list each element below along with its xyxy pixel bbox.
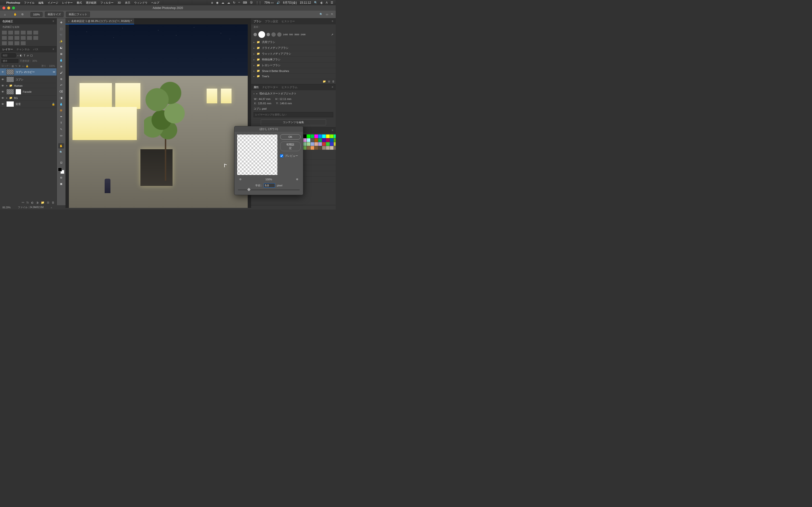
workspace-icon[interactable]: ▭: [326, 13, 328, 16]
adj-invert-icon[interactable]: [27, 36, 32, 40]
spotlight-icon[interactable]: 🔍: [314, 1, 317, 4]
color-swatch[interactable]: [330, 138, 334, 142]
fg-color[interactable]: [58, 168, 62, 171]
keyboard-icon[interactable]: ⌨: [243, 1, 247, 4]
status-zoom[interactable]: 88.29%: [2, 206, 11, 209]
expand-icon[interactable]: ▸: [254, 70, 255, 72]
menu-help[interactable]: ヘルプ: [151, 1, 159, 5]
lock-paint-icon[interactable]: ✎: [15, 65, 17, 67]
zoom-value[interactable]: 100%: [31, 12, 43, 17]
layer-thumbnail[interactable]: [6, 89, 14, 95]
crop-tool[interactable]: ⬕: [58, 45, 64, 50]
hand-tool-icon[interactable]: ✋: [13, 12, 18, 17]
color-swatch[interactable]: [334, 138, 336, 142]
link-layers-icon[interactable]: ⚯: [22, 201, 24, 204]
color-swatch[interactable]: [311, 142, 314, 146]
color-swatch[interactable]: [307, 138, 310, 142]
layer-thumbnail[interactable]: [6, 76, 14, 82]
fill-screen-button[interactable]: 画面にフィット: [66, 12, 90, 17]
color-swatch[interactable]: [330, 134, 334, 138]
type-tool[interactable]: T: [58, 120, 64, 125]
layer-row[interactable]: 👁 背景 🔒: [0, 101, 57, 108]
brush-preset[interactable]: [258, 31, 265, 38]
visibility-icon[interactable]: 👁: [1, 97, 5, 100]
lock-artboard-icon[interactable]: ▭: [22, 65, 24, 67]
status-arrow-icon[interactable]: ▸: [51, 206, 52, 209]
home-icon[interactable]: ⌂: [2, 12, 7, 17]
history-brush-tool[interactable]: ↶: [58, 82, 64, 88]
history-tab[interactable]: ヒストリー: [282, 19, 295, 23]
color-swatch[interactable]: [314, 142, 318, 146]
fx-icon[interactable]: fx: [27, 201, 29, 204]
reset-button[interactable]: 初期設定: [280, 142, 301, 151]
brush-tool[interactable]: 🖌: [58, 70, 64, 75]
wand-tool[interactable]: ✨: [58, 39, 64, 44]
layer-comp-select[interactable]: レイヤーカンプを適用しない: [254, 112, 333, 117]
color-swatch[interactable]: [334, 134, 336, 138]
adj-icon[interactable]: [21, 41, 26, 45]
new-layer-icon[interactable]: ⊞: [47, 201, 49, 204]
preview-checkbox[interactable]: [280, 154, 283, 157]
layer-name[interactable]: コブシ: [15, 78, 23, 81]
marquee-tool[interactable]: ⬚: [58, 26, 64, 32]
dodge-tool[interactable]: 🔅: [58, 108, 64, 113]
blur-preview[interactable]: [237, 134, 278, 175]
expand-icon[interactable]: ▸: [6, 84, 8, 87]
expand-icon[interactable]: ▸: [254, 41, 255, 44]
maximize-window-button[interactable]: [12, 6, 15, 9]
status-file[interactable]: ファイル : 24.9M/82.0M: [18, 206, 44, 209]
layer-name[interactable]: 背景: [15, 102, 21, 106]
layer-name[interactable]: BG: [14, 97, 18, 100]
adj-selective-icon[interactable]: [14, 41, 19, 45]
menu-file[interactable]: ファイル: [24, 1, 35, 5]
net-icon[interactable]: ⦿: [250, 1, 253, 4]
menu-edit[interactable]: 編集: [39, 1, 44, 5]
color-swatch[interactable]: [326, 146, 329, 150]
brush-folder[interactable]: ▸📁Tree's: [251, 74, 336, 79]
adj-bw-icon[interactable]: [2, 36, 7, 40]
layer-name[interactable]: Facade: [23, 90, 32, 93]
brush-preset[interactable]: [277, 32, 282, 37]
radius-input[interactable]: [264, 183, 275, 187]
brush-preset[interactable]: [254, 33, 257, 36]
color-swatch[interactable]: [322, 134, 326, 138]
quickmask-tool[interactable]: ◘: [58, 175, 64, 180]
menu-filter[interactable]: フィルター: [100, 1, 114, 5]
color-swatch[interactable]: [318, 138, 322, 142]
expand-icon[interactable]: ▸: [254, 64, 255, 67]
color-swatch[interactable]: [326, 134, 329, 138]
layers-tab[interactable]: レイヤー: [2, 48, 13, 51]
color-swatch[interactable]: [322, 142, 326, 146]
eraser-tool[interactable]: ⌫: [58, 89, 64, 94]
brush-settings-tab[interactable]: ブラシ設定: [265, 19, 278, 23]
panel-menu-icon[interactable]: ≡: [332, 19, 333, 23]
color-swatch[interactable]: [311, 134, 314, 138]
color-swatch[interactable]: [303, 142, 306, 146]
adj-gradient-map-icon[interactable]: [8, 41, 13, 45]
sync-icon[interactable]: ◉: [216, 1, 218, 4]
brush-folder[interactable]: ▸📁ウェットメディアブラシ: [251, 51, 336, 57]
delete-layer-icon[interactable]: 🗑: [52, 201, 55, 204]
expand-icon[interactable]: ▸: [254, 53, 255, 55]
ok-button[interactable]: OK: [280, 134, 301, 139]
edit-toolbar[interactable]: ⊡: [58, 160, 64, 165]
hand-tool[interactable]: ✋: [58, 143, 64, 149]
edit-contents-button[interactable]: コンテンツを編集: [261, 119, 326, 125]
brush-preset[interactable]: [266, 33, 270, 36]
color-swatches[interactable]: [58, 168, 64, 174]
volume-icon[interactable]: 🔊: [276, 1, 280, 4]
panel-menu-icon[interactable]: ≡: [332, 129, 333, 132]
pen-tool[interactable]: ✒: [58, 114, 64, 119]
panel-menu-icon[interactable]: ≡: [53, 48, 54, 51]
channels-tab[interactable]: チャンネル: [16, 48, 30, 51]
siri-icon[interactable]: ◐: [320, 1, 323, 4]
cloud-upload-icon[interactable]: ☁: [227, 1, 230, 4]
paths-tab[interactable]: パス: [33, 48, 39, 51]
menu-icon[interactable]: ☰: [331, 1, 333, 4]
cloud-icon[interactable]: ☁: [221, 1, 224, 4]
screenmode-tool[interactable]: ▣: [58, 181, 64, 186]
preview-checkbox-row[interactable]: プレビュー: [280, 154, 301, 158]
color-swatch[interactable]: [334, 146, 336, 150]
color-swatch[interactable]: [326, 142, 329, 146]
color-swatch[interactable]: [311, 138, 314, 142]
